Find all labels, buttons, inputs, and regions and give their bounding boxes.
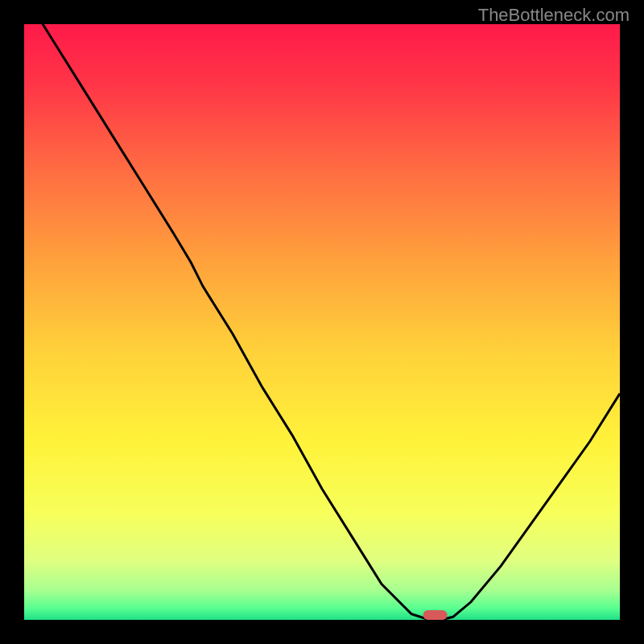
chart-svg <box>24 24 620 620</box>
chart-plot-area <box>24 24 620 620</box>
optimum-marker <box>423 610 448 620</box>
watermark-text: TheBottleneck.com <box>478 5 630 26</box>
chart-background <box>24 24 620 620</box>
